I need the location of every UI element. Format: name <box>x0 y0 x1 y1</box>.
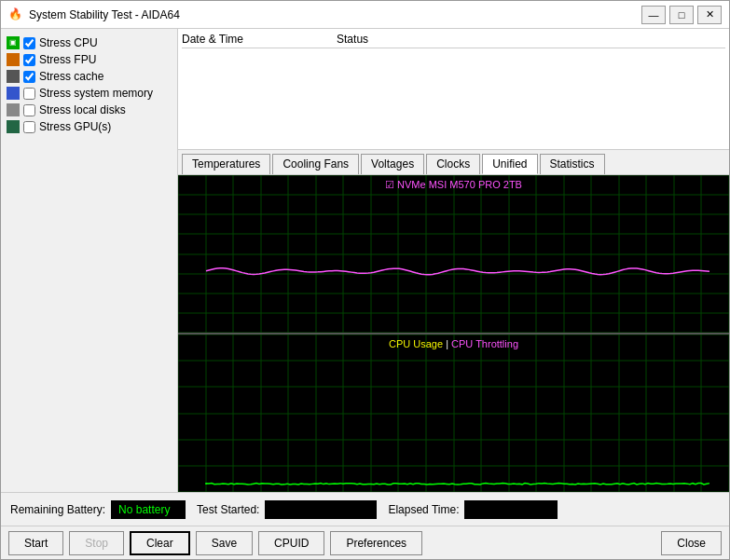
tab-statistics[interactable]: Statistics <box>540 154 605 174</box>
battery-value: No battery <box>111 500 186 519</box>
chart-temperature: ☑ NVMe MSI M570 PRO 2TB 110°c 20°c 55 <box>178 175 729 335</box>
chart-top-legend-text: ☑ NVMe MSI M570 PRO 2TB <box>385 179 522 190</box>
close-button[interactable]: Close <box>661 531 722 555</box>
stress-cpu-label: Stress CPU <box>39 36 98 49</box>
stress-fpu-row: Stress FPU <box>7 53 172 66</box>
chart-bottom-legend: CPU Usage | CPU Throttling <box>389 338 518 349</box>
log-col-datetime: Date & Time <box>182 33 243 46</box>
cpu-usage-canvas <box>178 335 729 492</box>
charts-container: ☑ NVMe MSI M570 PRO 2TB 110°c 20°c 55 CP… <box>178 175 729 492</box>
temperature-canvas <box>178 175 729 333</box>
stress-memory-row: Stress system memory <box>7 87 172 100</box>
start-button[interactable]: Start <box>8 531 63 555</box>
disk-icon <box>7 103 20 116</box>
right-panel: Date & Time Status Temperatures Cooling … <box>178 29 729 492</box>
memory-icon <box>7 87 20 100</box>
window-close-button[interactable]: ✕ <box>697 6 722 24</box>
cpuid-button[interactable]: CPUID <box>258 531 324 555</box>
left-panel: ▣ Stress CPU Stress FPU Stress cache Str… <box>1 29 178 492</box>
tab-clocks[interactable]: Clocks <box>426 154 480 174</box>
cpu-usage-label: CPU Usage <box>389 338 443 349</box>
stress-cache-checkbox[interactable] <box>23 71 35 83</box>
stress-memory-label: Stress system memory <box>39 87 153 100</box>
stop-button[interactable]: Stop <box>69 531 124 555</box>
minimize-button[interactable]: — <box>641 6 666 24</box>
log-area[interactable]: Date & Time Status <box>178 29 729 150</box>
tabs-bar: Temperatures Cooling Fans Voltages Clock… <box>178 150 729 175</box>
test-started-status: Test Started: <box>197 500 377 519</box>
chart-top-legend: ☑ NVMe MSI M570 PRO 2TB <box>385 179 522 191</box>
stress-cpu-checkbox[interactable] <box>23 37 35 49</box>
tab-temperatures[interactable]: Temperatures <box>182 154 270 174</box>
tab-cooling-fans[interactable]: Cooling Fans <box>272 154 359 174</box>
stress-fpu-checkbox[interactable] <box>23 54 35 66</box>
stress-gpu-label: Stress GPU(s) <box>39 120 111 133</box>
test-started-value <box>265 500 377 519</box>
content-area: ▣ Stress CPU Stress FPU Stress cache Str… <box>1 29 729 492</box>
window-controls: — □ ✕ <box>641 6 722 24</box>
maximize-button[interactable]: □ <box>669 6 694 24</box>
clear-button[interactable]: Clear <box>130 531 190 555</box>
save-button[interactable]: Save <box>196 531 253 555</box>
bottom-bar: Start Stop Clear Save CPUID Preferences … <box>1 526 729 559</box>
status-bar: Remaining Battery: No battery Test Start… <box>1 492 729 526</box>
cpu-icon: ▣ <box>7 36 20 49</box>
stress-memory-checkbox[interactable] <box>23 88 35 100</box>
gpu-icon <box>7 120 20 133</box>
tab-unified[interactable]: Unified <box>482 154 537 174</box>
stress-cpu-row: ▣ Stress CPU <box>7 36 172 49</box>
tab-voltages[interactable]: Voltages <box>361 154 424 174</box>
stress-disks-row: Stress local disks <box>7 103 172 116</box>
battery-label: Remaining Battery: <box>10 503 105 516</box>
window-title: System Stability Test - AIDA64 <box>29 8 641 21</box>
battery-status: Remaining Battery: No battery <box>10 500 186 519</box>
cache-icon <box>7 70 20 83</box>
stress-disks-checkbox[interactable] <box>23 104 35 116</box>
stress-cache-label: Stress cache <box>39 70 103 83</box>
title-bar: 🔥 System Stability Test - AIDA64 — □ ✕ <box>1 1 729 29</box>
fpu-icon <box>7 53 20 66</box>
stress-gpu-row: Stress GPU(s) <box>7 120 172 133</box>
cpu-throttling-label: CPU Throttling <box>451 338 518 349</box>
elapsed-status: Elapsed Time: <box>388 500 558 519</box>
chart-cpu-usage: CPU Usage | CPU Throttling 100% 0% 0%0% <box>178 335 729 492</box>
stress-gpu-checkbox[interactable] <box>23 121 35 133</box>
elapsed-label: Elapsed Time: <box>388 503 459 516</box>
stress-fpu-label: Stress FPU <box>39 53 96 66</box>
preferences-button[interactable]: Preferences <box>330 531 422 555</box>
test-started-label: Test Started: <box>197 503 259 516</box>
stress-cache-row: Stress cache <box>7 70 172 83</box>
elapsed-value <box>464 500 558 519</box>
stress-disks-label: Stress local disks <box>39 103 126 116</box>
main-window: 🔥 System Stability Test - AIDA64 — □ ✕ ▣… <box>0 0 730 560</box>
app-icon: 🔥 <box>8 7 23 22</box>
log-header: Date & Time Status <box>182 33 725 48</box>
log-col-status: Status <box>337 33 368 46</box>
